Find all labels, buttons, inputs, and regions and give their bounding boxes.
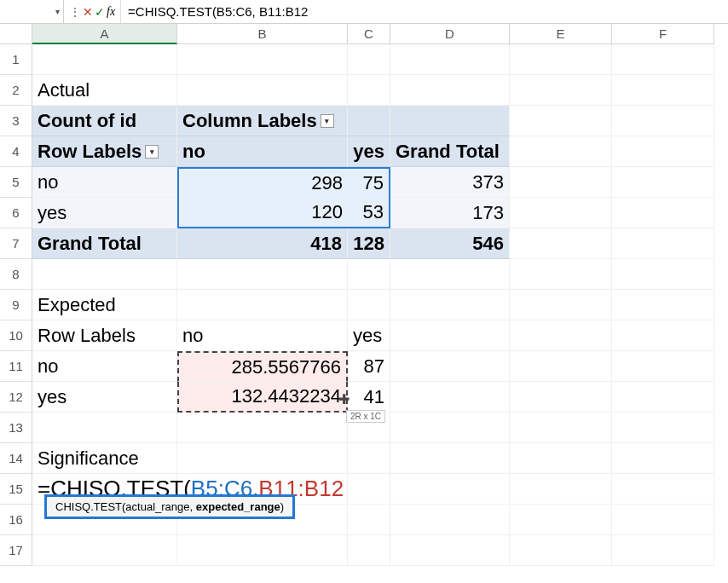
cancel-icon[interactable]: ✕ <box>83 5 93 19</box>
row-header[interactable]: 1 <box>0 44 32 75</box>
cell[interactable]: 87 <box>348 351 390 382</box>
cell[interactable]: no <box>177 320 348 351</box>
row-header[interactable]: 2 <box>0 75 32 106</box>
filter-dropdown-icon[interactable]: ▾ <box>145 145 159 159</box>
cell[interactable]: Count of id <box>32 106 177 136</box>
cell[interactable]: 53 <box>348 198 390 228</box>
formula-bar: ▾ ⋮ ✕ ✓ fx =CHISQ.TEST(B5:C6, B11:B12 <box>0 0 728 24</box>
formula-bar-controls: ⋮ ✕ ✓ fx <box>64 0 121 23</box>
row-header[interactable]: 13 <box>0 413 32 443</box>
row-header[interactable]: 5 <box>0 167 32 198</box>
cell[interactable]: 75 <box>348 167 390 198</box>
col-header[interactable]: A <box>32 24 177 44</box>
cell[interactable]: yes <box>32 382 177 413</box>
filter-dropdown-icon[interactable]: ▾ <box>321 114 334 128</box>
cell[interactable]: 132.4432234 ✚ 2R x 1C <box>177 382 348 413</box>
row-header[interactable]: 16 <box>0 505 32 535</box>
row-header[interactable]: 6 <box>0 198 32 228</box>
chevron-down-icon: ▾ <box>55 7 60 16</box>
row-header[interactable]: 9 <box>0 290 32 320</box>
cell[interactable]: no <box>32 351 177 382</box>
cell[interactable]: Grand Total <box>390 136 510 167</box>
col-header[interactable]: E <box>510 24 612 44</box>
cell[interactable]: Column Labels▾ <box>177 106 348 136</box>
row-header[interactable]: 15 <box>0 474 32 505</box>
enter-icon[interactable]: ✓ <box>95 5 105 19</box>
col-header[interactable]: F <box>612 24 714 44</box>
column-headers: A B C D E F <box>0 24 728 44</box>
row-header[interactable]: 8 <box>0 259 32 290</box>
cell[interactable]: yes <box>32 198 177 228</box>
cell[interactable]: Expected <box>32 290 177 320</box>
cell[interactable]: 298 <box>177 167 348 198</box>
cell[interactable]: 418 <box>177 228 348 259</box>
function-tooltip: CHISQ.TEST(actual_range, expected_range) <box>44 494 295 519</box>
row-header[interactable]: 7 <box>0 228 32 259</box>
row-header[interactable]: 10 <box>0 320 32 351</box>
select-all-corner[interactable] <box>0 24 32 44</box>
cell[interactable]: yes <box>348 320 390 351</box>
cell[interactable]: 285.5567766 <box>177 351 348 382</box>
row-header[interactable]: 11 <box>0 351 32 382</box>
cell[interactable]: 128 <box>348 228 390 259</box>
cell[interactable]: Row Labels <box>32 320 177 351</box>
name-box[interactable]: ▾ <box>0 0 64 23</box>
cell[interactable]: yes <box>348 136 390 167</box>
row-header[interactable]: 4 <box>0 136 32 167</box>
row-header[interactable]: 14 <box>0 443 32 474</box>
cell[interactable]: 373 <box>390 167 510 198</box>
formula-input[interactable]: =CHISQ.TEST(B5:C6, B11:B12 <box>121 4 728 19</box>
cell[interactable]: Row Labels▾ <box>32 136 177 167</box>
row-header[interactable]: 12 <box>0 382 32 413</box>
fx-icon[interactable]: fx <box>107 5 115 19</box>
cell[interactable]: no <box>177 136 348 167</box>
cell[interactable]: 173 <box>390 198 510 228</box>
cell[interactable] <box>32 44 177 75</box>
col-header[interactable]: D <box>390 24 510 44</box>
more-icon[interactable]: ⋮ <box>69 5 81 19</box>
cell[interactable]: Grand Total <box>32 228 177 259</box>
cell[interactable]: 120 <box>177 198 348 228</box>
spreadsheet-grid[interactable]: A B C D E F 1 2 Actual 3 Count of id Col… <box>0 24 728 566</box>
cell[interactable]: 546 <box>390 228 510 259</box>
cell[interactable]: Significance <box>32 443 177 474</box>
row-header[interactable]: 17 <box>0 535 32 566</box>
cell[interactable]: 41 <box>348 382 390 413</box>
row-header[interactable]: 3 <box>0 106 32 136</box>
col-header[interactable]: B <box>177 24 348 44</box>
cell[interactable]: no <box>32 167 177 198</box>
cell[interactable]: Actual <box>32 75 177 106</box>
col-header[interactable]: C <box>348 24 390 44</box>
